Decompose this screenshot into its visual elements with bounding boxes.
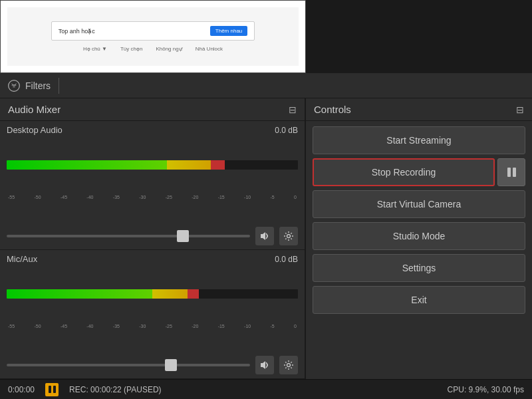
desktop-meter bbox=[7, 160, 298, 170]
exit-row: Exit bbox=[313, 286, 525, 314]
mic-settings-btn[interactable] bbox=[279, 356, 298, 374]
mic-channel-name: Mic/Aux bbox=[7, 254, 37, 264]
controls-panel: Controls ⊟ Start Streaming Stop Recordin… bbox=[306, 98, 532, 379]
mic-meter-green bbox=[7, 289, 152, 299]
audio-mixer-header: Audio Mixer ⊟ bbox=[0, 98, 305, 121]
preview-area: Top anh hoặc Thêm nhau Họ chú ▼ Tùy chọn… bbox=[0, 0, 306, 73]
desktop-channel-name: Desktop Audio bbox=[7, 125, 63, 135]
svg-point-3 bbox=[287, 234, 291, 237]
mic-volume-thumb[interactable] bbox=[165, 359, 177, 371]
preview-inner: Top anh hoặc Thêm nhau Họ chú ▼ Tùy chọn… bbox=[7, 7, 299, 66]
mic-volume-slider[interactable] bbox=[7, 359, 250, 371]
start-streaming-row: Start Streaming bbox=[313, 126, 525, 154]
desktop-meter-green bbox=[7, 160, 167, 170]
content-row: Audio Mixer ⊟ Desktop Audio 0.0 dB bbox=[0, 98, 532, 379]
controls-title: Controls bbox=[314, 104, 351, 115]
mic-meter-scale: -55 -50 -45 -40 -35 -30 -25 -20 -15 -10 … bbox=[7, 324, 298, 329]
preview-footer: Họ chú ▼ Tùy chọn Không ngự Nhà Unlock bbox=[83, 46, 223, 52]
desktop-volume-track[interactable] bbox=[7, 235, 250, 237]
controls-buttons: Start Streaming Stop Recording Start Vir… bbox=[306, 121, 532, 379]
desktop-volume-thumb[interactable] bbox=[177, 230, 189, 242]
status-bar: 0:00:00 REC: 00:00:22 (PAUSED) CPU: 9.9%… bbox=[0, 379, 532, 399]
status-cpu-text: CPU: 9.9%, 30.00 fps bbox=[448, 385, 524, 394]
settings-row: Settings bbox=[313, 254, 525, 282]
filters-icon bbox=[7, 78, 21, 93]
audio-channels: Desktop Audio 0.0 dB -55 -50 -45 bbox=[0, 121, 305, 379]
desktop-meter-red bbox=[211, 160, 225, 170]
pause-indicator-btn[interactable] bbox=[45, 383, 59, 396]
audio-mixer-dock-icon[interactable]: ⊟ bbox=[289, 104, 297, 115]
start-virtual-camera-button[interactable]: Start Virtual Camera bbox=[313, 190, 525, 218]
stop-recording-row: Stop Recording bbox=[313, 158, 525, 186]
status-time: 0:00:00 bbox=[8, 385, 35, 394]
filters-label[interactable]: Filters bbox=[25, 80, 51, 91]
main-area: Filters Audio Mixer ⊟ Desktop Audio 0.0 … bbox=[0, 73, 532, 399]
studio-mode-button[interactable]: Studio Mode bbox=[313, 222, 525, 250]
svg-point-0 bbox=[9, 80, 20, 91]
preview-footer-item-4[interactable]: Nhà Unlock bbox=[196, 46, 223, 52]
settings-button[interactable]: Settings bbox=[313, 254, 525, 282]
mic-meter-red bbox=[188, 289, 200, 299]
desktop-settings-btn[interactable] bbox=[279, 227, 298, 245]
mic-controls bbox=[7, 356, 298, 374]
mic-meter-bar bbox=[7, 289, 298, 299]
preview-footer-item-3[interactable]: Không ngự bbox=[156, 46, 182, 52]
tab-divider bbox=[59, 78, 59, 94]
stop-recording-button[interactable]: Stop Recording bbox=[313, 158, 495, 186]
pause-recording-button[interactable] bbox=[497, 158, 525, 186]
desktop-channel-top: Desktop Audio 0.0 dB bbox=[7, 125, 298, 135]
preview-dialog-box: Top anh hoặc Thêm nhau bbox=[51, 21, 255, 41]
mic-meter-yellow bbox=[152, 289, 188, 299]
desktop-channel-db: 0.0 dB bbox=[275, 126, 298, 135]
preview-footer-item-1[interactable]: Họ chú ▼ bbox=[83, 46, 107, 52]
controls-dock-icon[interactable]: ⊟ bbox=[516, 104, 524, 115]
pause-bar-right bbox=[53, 386, 56, 393]
studio-mode-row: Studio Mode bbox=[313, 222, 525, 250]
controls-header: Controls ⊟ bbox=[306, 98, 532, 121]
pause-indicator-inner bbox=[49, 386, 56, 393]
preview-dialog-text: Top anh hoặc bbox=[59, 28, 95, 35]
preview-dialog-btn[interactable]: Thêm nhau bbox=[210, 26, 247, 36]
audio-mixer-title: Audio Mixer bbox=[8, 104, 61, 115]
mic-meter bbox=[7, 289, 298, 299]
desktop-meter-scale: -55 -50 -45 -40 -35 -30 -25 -20 -15 -10 … bbox=[7, 195, 298, 200]
audio-channel-mic: Mic/Aux 0.0 dB -55 -50 -45 bbox=[0, 250, 305, 379]
mic-channel-db: 0.0 dB bbox=[275, 255, 298, 264]
desktop-controls bbox=[7, 227, 298, 245]
mic-channel-top: Mic/Aux 0.0 dB bbox=[7, 254, 298, 264]
desktop-volume-slider[interactable] bbox=[7, 230, 250, 242]
audio-mixer-panel: Audio Mixer ⊟ Desktop Audio 0.0 dB bbox=[0, 98, 306, 379]
status-rec-text: REC: 00:00:22 (PAUSED) bbox=[69, 385, 162, 394]
mic-mute-btn[interactable] bbox=[255, 356, 274, 374]
start-streaming-button[interactable]: Start Streaming bbox=[313, 126, 525, 154]
start-virtual-camera-row: Start Virtual Camera bbox=[313, 190, 525, 218]
pause-bar-left bbox=[49, 386, 51, 393]
desktop-mute-btn[interactable] bbox=[255, 227, 274, 245]
desktop-meter-bar bbox=[7, 160, 298, 170]
top-bar: Filters bbox=[0, 73, 532, 98]
svg-point-4 bbox=[287, 363, 291, 366]
audio-channel-desktop: Desktop Audio 0.0 dB -55 -50 -45 bbox=[0, 121, 305, 250]
mic-volume-track[interactable] bbox=[7, 364, 250, 366]
exit-button[interactable]: Exit bbox=[313, 286, 525, 314]
preview-footer-item-2[interactable]: Tùy chọn bbox=[120, 46, 142, 52]
desktop-meter-yellow bbox=[167, 160, 211, 170]
